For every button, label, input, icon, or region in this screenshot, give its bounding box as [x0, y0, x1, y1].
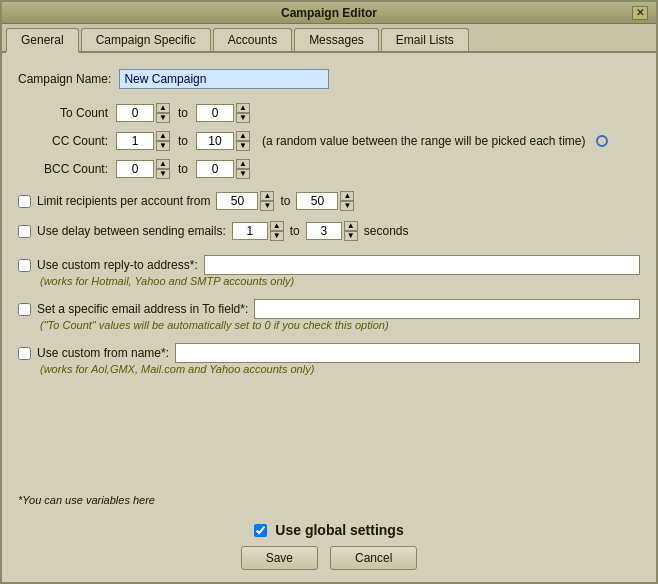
delay-from-down[interactable]: ▼ [270, 231, 284, 241]
tab-messages[interactable]: Messages [294, 28, 379, 51]
cursor-icon [596, 135, 608, 147]
bcc-count-row: BCC Count: ▲ ▼ to ▲ ▼ [18, 159, 640, 179]
custom-reply-section: Use custom reply-to address*: (works for… [18, 255, 640, 287]
limit-from-down[interactable]: ▼ [260, 201, 274, 211]
delay-from-up[interactable]: ▲ [270, 221, 284, 231]
bcc-count-from-down[interactable]: ▼ [156, 169, 170, 179]
campaign-name-label: Campaign Name: [18, 72, 111, 86]
delay-from-input[interactable] [232, 222, 268, 240]
variables-note: *You can use variables here [18, 486, 640, 506]
limit-from-spinner: ▲ ▼ [260, 191, 274, 211]
form-section: Campaign Name: To Count ▲ ▼ to ▲ [18, 69, 640, 375]
cc-count-to-spinner: ▲ ▼ [236, 131, 250, 151]
specific-email-label: Set a specific email address in To field… [37, 302, 248, 316]
to-count-to-input[interactable] [196, 104, 234, 122]
cc-count-row: CC Count: ▲ ▼ to ▲ ▼ (a random val [18, 131, 640, 151]
bcc-count-to-spinner: ▲ ▼ [236, 159, 250, 179]
to-count-to-up[interactable]: ▲ [236, 103, 250, 113]
bcc-count-from-input[interactable] [116, 160, 154, 178]
delay-to-down[interactable]: ▼ [344, 231, 358, 241]
limit-from-group: ▲ ▼ [216, 191, 274, 211]
delay-to-group: ▲ ▼ [306, 221, 358, 241]
custom-from-input[interactable] [175, 343, 640, 363]
to-count-from-spinner: ▲ ▼ [156, 103, 170, 123]
cc-count-from-spinner: ▲ ▼ [156, 131, 170, 151]
limit-to-down[interactable]: ▼ [340, 201, 354, 211]
bcc-count-from-group: ▲ ▼ [116, 159, 170, 179]
specific-email-input[interactable] [254, 299, 640, 319]
limit-to-spinner: ▲ ▼ [340, 191, 354, 211]
global-settings-label: Use global settings [275, 522, 403, 538]
global-settings-checkbox[interactable] [254, 524, 267, 537]
specific-email-note: ("To Count" values will be automatically… [40, 319, 640, 331]
custom-from-row: Use custom from name*: [18, 343, 640, 363]
to-count-from-group: ▲ ▼ [116, 103, 170, 123]
use-delay-checkbox[interactable] [18, 225, 31, 238]
specific-email-row: Set a specific email address in To field… [18, 299, 640, 319]
specific-email-checkbox[interactable] [18, 303, 31, 316]
delay-to-up[interactable]: ▲ [344, 221, 358, 231]
limit-to-label: to [280, 194, 290, 208]
delay-to-spinner: ▲ ▼ [344, 221, 358, 241]
to-count-from-up[interactable]: ▲ [156, 103, 170, 113]
save-button[interactable]: Save [241, 546, 318, 570]
bcc-count-to-up[interactable]: ▲ [236, 159, 250, 169]
cc-count-to-down[interactable]: ▼ [236, 141, 250, 151]
limit-from-input[interactable] [216, 192, 258, 210]
cc-count-to-up[interactable]: ▲ [236, 131, 250, 141]
delay-from-group: ▲ ▼ [232, 221, 284, 241]
tab-general[interactable]: General [6, 28, 79, 53]
to-count-to-down[interactable]: ▼ [236, 113, 250, 123]
custom-reply-input[interactable] [204, 255, 640, 275]
bcc-count-to-input[interactable] [196, 160, 234, 178]
to-count-row: To Count ▲ ▼ to ▲ ▼ [18, 103, 640, 123]
custom-from-section: Use custom from name*: (works for Aol,GM… [18, 343, 640, 375]
bottom-bar: Use global settings Save Cancel [2, 514, 656, 582]
to-count-from-down[interactable]: ▼ [156, 113, 170, 123]
delay-to-input[interactable] [306, 222, 342, 240]
custom-reply-label: Use custom reply-to address*: [37, 258, 198, 272]
custom-reply-note: (works for Hotmail, Yahoo and SMTP accou… [40, 275, 640, 287]
cc-count-to-input[interactable] [196, 132, 234, 150]
title-bar: Campaign Editor ✕ [2, 2, 656, 24]
bcc-count-to-group: ▲ ▼ [196, 159, 250, 179]
cancel-button[interactable]: Cancel [330, 546, 417, 570]
limit-to-group: ▲ ▼ [296, 191, 354, 211]
to-count-from-input[interactable] [116, 104, 154, 122]
seconds-label: seconds [364, 224, 409, 238]
custom-reply-checkbox[interactable] [18, 259, 31, 272]
cc-count-from-up[interactable]: ▲ [156, 131, 170, 141]
custom-from-note: (works for Aol,GMX, Mail.com and Yahoo a… [40, 363, 640, 375]
delay-from-spinner: ▲ ▼ [270, 221, 284, 241]
custom-from-label: Use custom from name*: [37, 346, 169, 360]
to-count-to-label: to [178, 106, 188, 120]
cc-count-from-input[interactable] [116, 132, 154, 150]
cc-count-from-down[interactable]: ▼ [156, 141, 170, 151]
cc-count-to-group: ▲ ▼ [196, 131, 250, 151]
bcc-count-from-up[interactable]: ▲ [156, 159, 170, 169]
limit-from-up[interactable]: ▲ [260, 191, 274, 201]
custom-reply-row: Use custom reply-to address*: [18, 255, 640, 275]
tab-bar: General Campaign Specific Accounts Messa… [2, 24, 656, 53]
limit-to-input[interactable] [296, 192, 338, 210]
campaign-editor-window: Campaign Editor ✕ General Campaign Speci… [0, 0, 658, 584]
tab-accounts[interactable]: Accounts [213, 28, 292, 51]
cc-to-label: to [178, 134, 188, 148]
campaign-name-input[interactable] [119, 69, 329, 89]
close-button[interactable]: ✕ [632, 6, 648, 20]
to-count-label: To Count [18, 106, 108, 120]
limit-to-up[interactable]: ▲ [340, 191, 354, 201]
use-delay-row: Use delay between sending emails: ▲ ▼ to… [18, 221, 640, 241]
content-area: Campaign Name: To Count ▲ ▼ to ▲ [2, 53, 656, 514]
cc-count-from-group: ▲ ▼ [116, 131, 170, 151]
to-count-to-spinner: ▲ ▼ [236, 103, 250, 123]
limit-recipients-checkbox[interactable] [18, 195, 31, 208]
cc-count-label: CC Count: [18, 134, 108, 148]
hint-text: (a random value between the range will b… [262, 134, 586, 148]
bcc-to-label: to [178, 162, 188, 176]
bcc-count-from-spinner: ▲ ▼ [156, 159, 170, 179]
tab-email-lists[interactable]: Email Lists [381, 28, 469, 51]
bcc-count-to-down[interactable]: ▼ [236, 169, 250, 179]
custom-from-checkbox[interactable] [18, 347, 31, 360]
tab-campaign-specific[interactable]: Campaign Specific [81, 28, 211, 51]
